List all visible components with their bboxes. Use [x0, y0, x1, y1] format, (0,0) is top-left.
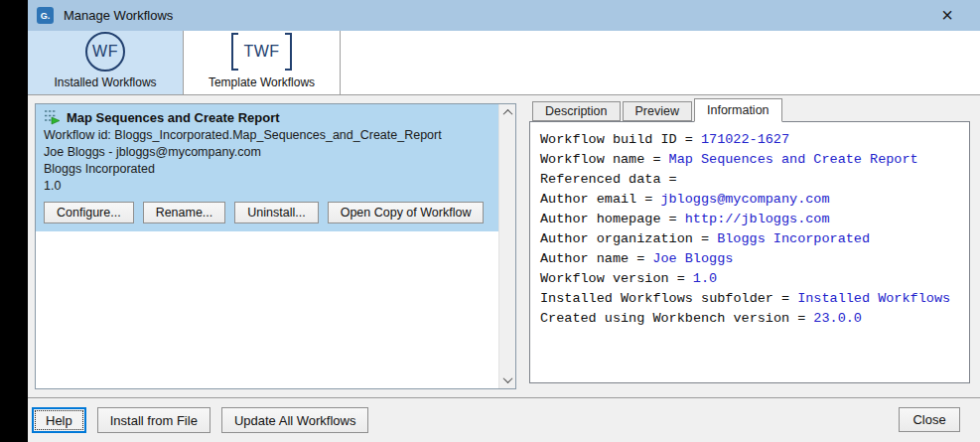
tab-template-workflows[interactable]: TWF Template Workflows: [183, 31, 341, 94]
info-line: Referenced data =: [540, 170, 959, 190]
detail-panel: Description Preview Information Workflow…: [529, 97, 970, 383]
update-all-workflows-button[interactable]: Update All Workflows: [221, 407, 369, 433]
info-line: Installed Workflows subfolder =Installed…: [540, 289, 959, 309]
scroll-down-icon[interactable]: [499, 371, 516, 388]
window-close-icon[interactable]: ×: [932, 0, 962, 31]
installed-workflows-icon: WF: [85, 32, 125, 72]
info-line: Workflow version =1.0: [540, 269, 959, 289]
workflow-list-item[interactable]: Map Sequences and Create Report Workflow…: [36, 104, 498, 231]
detail-tabbar: Description Preview Information: [529, 97, 970, 121]
bracket-left-icon: [231, 33, 238, 71]
screen: G. Manage Workflows × WF Installed Workf…: [0, 0, 980, 442]
tab-template-workflows-label: Template Workflows: [209, 75, 315, 89]
workflow-item-title: Map Sequences and Create Report: [67, 110, 280, 125]
main-area: Map Sequences and Create Report Workflow…: [28, 95, 980, 397]
configure-button[interactable]: Configure...: [44, 202, 134, 223]
tab-installed-workflows-label: Installed Workflows: [54, 75, 156, 89]
workflow-icon: [44, 109, 61, 125]
uninstall-button[interactable]: Uninstall...: [234, 202, 318, 223]
help-button[interactable]: Help: [32, 407, 86, 433]
footer-bar: Help Install from File Update All Workfl…: [28, 397, 980, 442]
manage-workflows-dialog: G. Manage Workflows × WF Installed Workf…: [28, 0, 980, 442]
workflow-version-line: 1.0: [44, 178, 490, 195]
tab-description[interactable]: Description: [532, 101, 621, 121]
list-scrollbar[interactable]: [498, 104, 515, 388]
scroll-up-icon[interactable]: [499, 104, 516, 121]
title-bar[interactable]: G. Manage Workflows ×: [28, 0, 980, 31]
info-line: Created using Workbench version =23.0.0: [540, 309, 959, 329]
installed-workflows-list: Map Sequences and Create Report Workflow…: [35, 103, 516, 389]
list-viewport: Map Sequences and Create Report Workflow…: [36, 104, 498, 388]
information-panel: Workflow build ID =171022-1627 Workflow …: [529, 121, 970, 383]
template-workflows-icon: TWF: [231, 31, 291, 72]
info-line: Workflow build ID =171022-1627: [540, 130, 959, 150]
install-from-file-button[interactable]: Install from File: [97, 407, 210, 433]
workflow-author-line: Joe Bloggs - jbloggs@mycompany.com: [44, 144, 490, 161]
window-title: Manage Workflows: [64, 8, 173, 23]
open-copy-of-workflow-button[interactable]: Open Copy of Workflow: [328, 202, 485, 223]
info-line: Author organization =Bloggs Incorporated: [540, 229, 959, 249]
tab-installed-workflows[interactable]: WF Installed Workflows: [28, 31, 183, 94]
info-line: Author homepage =http://jbloggs.com: [540, 210, 959, 229]
rename-button[interactable]: Rename...: [143, 202, 226, 223]
tab-preview[interactable]: Preview: [623, 101, 692, 121]
info-line: Author name =Joe Bloggs: [540, 249, 959, 269]
info-line: Author email =jbloggs@mycompany.com: [540, 190, 959, 210]
workflow-org-line: Bloggs Incorporated: [44, 161, 490, 178]
tab-information[interactable]: Information: [694, 98, 782, 122]
workflow-id-line: Workflow id: Bloggs_Incorporated.Map_Seq…: [44, 127, 490, 144]
close-button[interactable]: Close: [899, 407, 960, 432]
bracket-right-icon: [285, 33, 292, 71]
info-line: Workflow name =Map Sequences and Create …: [540, 150, 959, 170]
app-icon: G.: [37, 7, 54, 24]
workflow-type-tabbar: WF Installed Workflows TWF Template Work…: [28, 31, 980, 95]
